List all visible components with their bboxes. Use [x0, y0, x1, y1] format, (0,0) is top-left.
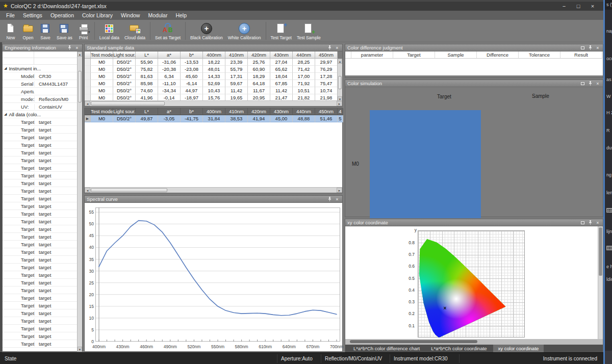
engineering-panel-titlebar[interactable]: Engineering Information ×: [3, 44, 82, 51]
engineering-vertical-scrollbar[interactable]: ▲ ▼: [77, 51, 82, 352]
save-as-button[interactable]: Save as: [54, 20, 75, 42]
scrollbar-thumb[interactable]: [91, 101, 165, 106]
column-header[interactable]: Result: [560, 51, 602, 59]
scroll-right-arrow[interactable]: ►: [337, 188, 342, 193]
property-row[interactable]: Target:target: [3, 149, 82, 157]
column-header[interactable]: parameter: [351, 51, 393, 59]
property-row[interactable]: Target:target: [3, 118, 82, 126]
menu-item-operation[interactable]: Operation: [46, 11, 78, 19]
column-header[interactable]: Test mode: [91, 108, 113, 115]
property-row[interactable]: mode:Reflection/M0: [3, 95, 82, 103]
column-header[interactable]: L*: [136, 108, 158, 115]
tree-expand-icon[interactable]: ◢: [4, 112, 7, 116]
pin-icon[interactable]: [587, 81, 593, 86]
property-row[interactable]: Target:target: [3, 195, 82, 202]
simulation-panel-titlebar[interactable]: Color simulation ×: [345, 80, 603, 87]
column-header[interactable]: 440nm: [293, 108, 315, 115]
standard-table-horizontal-scrollbar[interactable]: ◄ ►: [85, 100, 342, 106]
column-header[interactable]: 420nm: [248, 51, 270, 59]
tab-xy-color-coordinate[interactable]: xy color coordinate: [493, 345, 544, 353]
close-panel-icon[interactable]: ×: [595, 81, 601, 86]
property-row[interactable]: Serial nu...CM443L1437: [3, 80, 82, 88]
close-panel-icon[interactable]: ×: [74, 45, 80, 50]
property-row[interactable]: Target:target: [3, 210, 82, 218]
column-header[interactable]: Sample: [435, 51, 477, 59]
print-button[interactable]: ▼Print: [75, 20, 92, 42]
maximize-panel-icon[interactable]: [579, 81, 585, 86]
scrollbar-thumb[interactable]: [338, 76, 342, 89]
property-row[interactable]: Target:target: [3, 264, 82, 271]
spectral-panel-titlebar[interactable]: Spectral curve ×: [85, 196, 342, 203]
tab-l-a-b-ch-color-difference-chart[interactable]: L*a*b*Ch color difference chart: [348, 345, 425, 353]
column-header[interactable]: 430nm: [270, 51, 293, 59]
scroll-up-arrow[interactable]: ▲: [338, 59, 342, 64]
column-header[interactable]: 400nm: [203, 51, 225, 59]
column-header[interactable]: a*: [158, 108, 181, 115]
test-sample-button[interactable]: +Test Sample: [294, 20, 323, 42]
menu-item-settings[interactable]: Settings: [19, 11, 46, 19]
scroll-up-arrow[interactable]: ▲: [78, 51, 82, 57]
set-as-target-button[interactable]: ABSet as Target: [152, 20, 183, 42]
table-row[interactable]: M0D50/2°55,90-31,06-13,5318,2223,3925,76…: [85, 59, 338, 66]
column-header[interactable]: Tolerance: [519, 51, 560, 59]
column-header[interactable]: a*: [158, 51, 181, 59]
column-header[interactable]: 410nm: [225, 51, 248, 59]
column-header[interactable]: Light sour...: [113, 51, 136, 59]
property-row[interactable]: Target:target: [3, 248, 82, 256]
column-header[interactable]: 400nm: [203, 108, 225, 115]
property-row[interactable]: Target:target: [3, 225, 82, 233]
column-header[interactable]: Target: [393, 51, 435, 59]
pin-icon[interactable]: [326, 45, 333, 50]
column-header[interactable]: Test mode: [91, 51, 113, 59]
table-row[interactable]: M0D50/2°74,60-34,3444,9710,4311,4211,671…: [85, 87, 338, 94]
close-panel-icon[interactable]: ×: [595, 45, 601, 50]
column-header[interactable]: 450nm: [315, 51, 338, 59]
column-header[interactable]: Difference: [477, 51, 519, 59]
menu-item-color-library[interactable]: Color Library: [78, 11, 117, 19]
menu-item-help[interactable]: Help: [171, 11, 191, 19]
column-header[interactable]: b*: [181, 108, 203, 115]
property-row[interactable]: Target:target: [3, 157, 82, 164]
scrollbar-thumb[interactable]: [78, 71, 82, 102]
close-panel-icon[interactable]: ×: [334, 196, 340, 202]
pin-icon[interactable]: [66, 45, 72, 50]
tree-node-instrument-info[interactable]: ◢Instrument in...: [3, 65, 82, 72]
maximize-panel-icon[interactable]: [579, 45, 585, 50]
close-button[interactable]: ×: [589, 3, 596, 9]
background-app-edge[interactable]: s (VS)nappeocumeasW 2H 2Rdusnglen elijne…: [603, 0, 612, 364]
tab-l-a-b-ch-color-coordinate[interactable]: L*a*b*Ch color coordinate: [426, 345, 492, 353]
table-row[interactable]: ▶M0D50/2°49,87-3,05-41,7531,8438,5341,94…: [85, 115, 343, 122]
property-row[interactable]: Target:target: [3, 202, 82, 210]
property-row[interactable]: Target:target: [3, 172, 82, 179]
scroll-down-arrow[interactable]: ▼: [78, 347, 82, 352]
property-row[interactable]: Target:target: [3, 126, 82, 134]
scrollbar-thumb[interactable]: [350, 340, 477, 343]
column-header[interactable]: 450nm: [315, 108, 338, 115]
property-row[interactable]: UV:ContainUV: [3, 103, 82, 111]
property-row[interactable]: Target:target: [3, 256, 82, 264]
sample-table-horizontal-scrollbar[interactable]: ◄ ►: [85, 187, 342, 193]
new-button[interactable]: New: [2, 20, 19, 42]
scroll-left-arrow[interactable]: ◄: [85, 188, 90, 193]
title-bar[interactable]: ★ ColorQC 2 d:\Downloads\247-target.xlsx…: [0, 1, 603, 11]
property-row[interactable]: Target:target: [3, 271, 82, 279]
column-header[interactable]: L*: [136, 51, 158, 59]
minimize-button[interactable]: −: [560, 3, 568, 9]
scrollbar-thumb[interactable]: [91, 188, 167, 192]
cloud-data-button[interactable]: Cloud data: [122, 20, 148, 42]
column-header[interactable]: 420nm: [248, 108, 270, 115]
property-row[interactable]: Model:CR30: [3, 72, 82, 80]
judgment-panel-titlebar[interactable]: Color difference judgment ×: [345, 44, 603, 51]
property-row[interactable]: Aperture:: [3, 88, 82, 95]
column-header[interactable]: 430nm: [270, 108, 293, 115]
property-row[interactable]: Target:target: [3, 325, 82, 332]
scroll-left-arrow[interactable]: ◄: [85, 101, 90, 106]
local-data-button[interactable]: Local data: [97, 20, 122, 42]
column-header[interactable]: 440nm: [293, 51, 315, 59]
property-row[interactable]: Target:target: [3, 332, 82, 340]
close-panel-icon[interactable]: ×: [595, 220, 601, 225]
property-row[interactable]: Target:target: [3, 134, 82, 141]
property-row[interactable]: Target:target: [3, 279, 82, 287]
maximize-panel-icon[interactable]: [579, 220, 585, 225]
save-button[interactable]: Save: [37, 20, 54, 42]
